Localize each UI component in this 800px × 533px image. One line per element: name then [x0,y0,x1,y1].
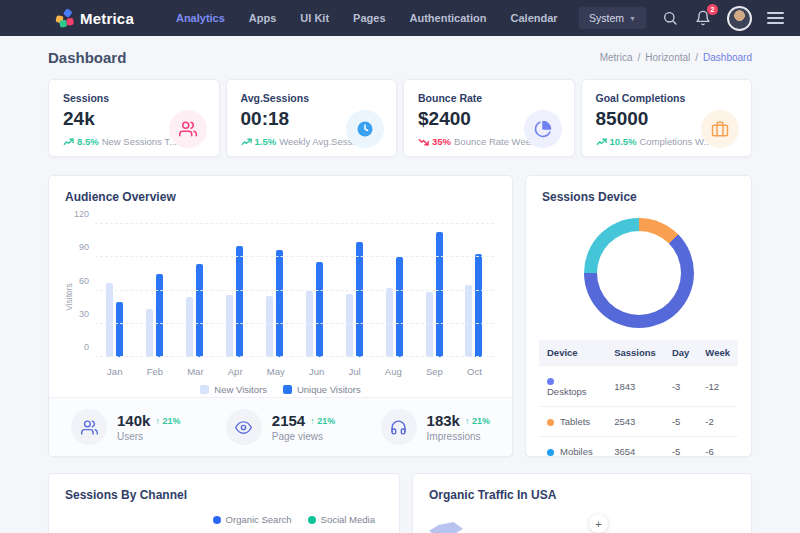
sessions-by-channel-title: Sessions By Channel [49,474,399,502]
stat-delta: ↑ 21% [465,416,490,426]
nav-item-apps[interactable]: Apps [249,12,277,24]
legend-swatch [308,516,316,524]
nav-item-authentication[interactable]: Authentication [410,12,487,24]
bar-group-apr[interactable] [226,224,243,357]
map-zoom-in-button[interactable]: + [589,514,608,533]
sessions-device-card: Sessions Device DeviceSassionsDayWeek De… [525,175,752,457]
device-table-header: Device [539,340,606,366]
gridline [95,256,494,257]
pie-chart-icon [524,110,562,148]
y-tick-label: 90 [67,242,89,252]
breadcrumb: Metrica/Horizontal/Dashboard [600,52,752,63]
bar-unique-visitors [475,254,482,357]
legend-item-social-media[interactable]: Social Media [308,514,375,525]
bar-group-aug[interactable] [386,224,403,357]
bar-new-visitors [306,291,313,358]
device-sessions: 1843 [606,366,664,407]
nav-item-pages[interactable]: Pages [353,12,385,24]
breadcrumb-item[interactable]: Metrica [600,52,633,63]
metrica-logo-icon [55,8,74,27]
device-week: -2 [697,407,738,437]
users-icon [169,110,207,148]
legend-swatch [283,385,292,394]
brand-logo[interactable]: Metrica [56,10,134,27]
bar-unique-visitors [156,274,163,357]
legend-label: Organic Search [226,514,292,525]
nav-item-ui-kit[interactable]: UI Kit [300,12,329,24]
audience-stat-users: 140k↑ 21%Users [71,409,180,445]
device-week: -12 [697,366,738,407]
stat-delta: ↑ 21% [310,416,335,426]
breadcrumb-separator: / [695,52,698,63]
notifications-button[interactable]: 2 [694,9,712,27]
y-tick-label: 120 [67,209,89,219]
briefcase-icon [701,110,739,148]
channel-legend: Organic SearchSocial Media [49,514,399,525]
table-row-desktops: Desktops1843-3-12 [539,366,738,407]
stat-cards-row: Sessions24k8.5%New Sessions T...Avg.Sess… [48,79,752,157]
device-sessions: 2543 [606,407,664,437]
legend-item-new-visitors[interactable]: New Visitors [200,384,267,395]
stat-desc-text: Completions W... [639,136,711,147]
stat-card-goal-completions: Goal Completions8500010.5%Completions W.… [581,79,753,157]
table-row-tablets: Tablets2543-5-2 [539,407,738,437]
device-dot [547,449,554,456]
menu-toggle-button[interactable] [767,12,784,24]
audience-bar-chart: Visitors 0306090120 JanFebMarAprMayJunJu… [59,216,502,397]
trend-up-icon [63,138,74,146]
stat-card-bounce-rate: Bounce Rate$240035%Bounce Rate Wee... [403,79,575,157]
device-table-header: Sassions [606,340,664,366]
bar-new-visitors [146,309,153,357]
user-avatar[interactable] [727,6,752,31]
bar-group-may[interactable] [266,224,283,357]
bar-group-jun[interactable] [306,224,323,357]
bar-group-mar[interactable] [186,224,203,357]
breadcrumb-item[interactable]: Dashboard [703,52,752,63]
audience-overview-title: Audience Overview [49,176,512,204]
stat-value: 2154 [272,412,305,429]
navbar-actions: System ▼ 2 [579,6,784,31]
breadcrumb-item[interactable]: Horizontal [645,52,690,63]
stat-label: Impressions [427,431,490,442]
bar-unique-visitors [356,242,363,357]
x-tick-label: Jan [107,366,122,377]
chevron-down-icon: ▼ [629,15,636,22]
search-button[interactable] [661,9,679,27]
device-week: -6 [697,437,738,458]
gridline [95,323,494,324]
x-tick-label: Jul [348,366,360,377]
bar-new-visitors [266,296,273,357]
device-table-header: Day [664,340,697,366]
nav-item-calendar[interactable]: Calendar [511,12,558,24]
nav-item-analytics[interactable]: Analytics [176,12,225,24]
stat-label: Sessions [63,92,205,104]
bar-group-jan[interactable] [106,224,123,357]
y-tick-label: 0 [67,342,89,352]
main-menu: AnalyticsAppsUI KitPagesAuthenticationCa… [176,12,558,24]
stat-label: Bounce Rate [418,92,560,104]
stat-desc-text: New Sessions T... [102,136,177,147]
bar-group-oct[interactable] [465,224,482,357]
eye-icon [226,409,262,445]
system-dropdown[interactable]: System ▼ [579,7,646,29]
page-content: Dashboard Metrica/Horizontal/Dashboard S… [0,36,800,533]
bar-new-visitors [346,294,353,357]
brand-name: Metrica [80,10,134,27]
device-dot [547,419,554,426]
x-tick-label: Feb [147,366,163,377]
x-tick-label: Mar [187,366,203,377]
bar-group-jul[interactable] [346,224,363,357]
legend-item-unique-visitors[interactable]: Unique Visitors [283,384,361,395]
bar-group-sep[interactable] [426,224,443,357]
legend-item-organic-search[interactable]: Organic Search [213,514,292,525]
x-tick-label: Oct [467,366,482,377]
y-axis-label: Visitors [64,283,74,311]
bar-new-visitors [465,285,472,357]
device-name: Mobiles [560,446,593,457]
legend-label: Social Media [321,514,375,525]
device-table: DeviceSassionsDayWeek Desktops1843-3-12T… [539,340,738,457]
device-day: -3 [664,366,697,407]
bar-group-feb[interactable] [146,224,163,357]
device-sessions: 3654 [606,437,664,458]
chart-legend: New VisitorsUnique Visitors [59,384,502,395]
